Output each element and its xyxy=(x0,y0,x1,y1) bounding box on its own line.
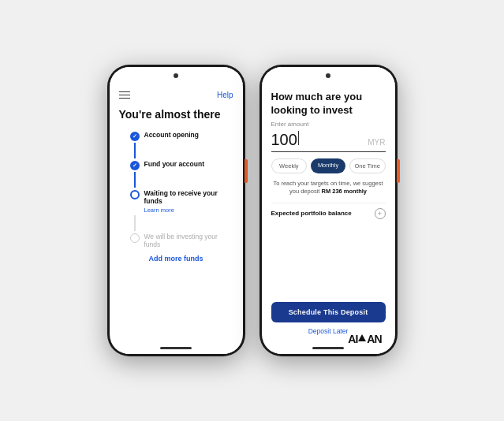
step-3: Waiting to receive your funds Learn more xyxy=(130,189,233,214)
portfolio-label: Expected portfolio balance xyxy=(271,210,352,217)
side-button-left xyxy=(245,159,248,183)
side-button-right xyxy=(397,159,400,183)
scene: Help You're almost there Account opening xyxy=(107,65,398,356)
watermark-triangle xyxy=(358,334,366,341)
watermark-ai: AI xyxy=(348,333,357,345)
right-phone-camera-bar xyxy=(262,67,395,84)
left-home-indicator xyxy=(110,341,243,354)
left-phone-camera-bar xyxy=(110,67,243,84)
schedule-deposit-button[interactable]: Schedule This Deposit xyxy=(271,302,386,322)
step-3-label: Waiting to receive your funds xyxy=(144,189,233,205)
right-phone: How much are you looking to invest Enter… xyxy=(259,65,398,356)
step-1-dot xyxy=(130,132,140,141)
freq-monthly-button[interactable]: Monthly xyxy=(311,158,345,173)
step-4: We will be investing your funds xyxy=(130,233,233,248)
step-4-dot xyxy=(130,233,140,243)
portfolio-row: Expected portfolio balance + xyxy=(271,203,386,224)
amount-row: 100 MYR xyxy=(271,131,386,152)
expand-icon[interactable]: + xyxy=(375,208,386,219)
currency-label: MYR xyxy=(368,138,385,147)
hamburger-icon[interactable] xyxy=(119,91,130,99)
step-1-text: Account opening xyxy=(144,131,233,139)
step-2: Fund your account xyxy=(130,160,233,170)
step-4-text: We will be investing your funds xyxy=(144,233,233,248)
camera-dot-right xyxy=(326,73,330,78)
add-funds-button[interactable]: Add more funds xyxy=(119,248,233,266)
connector-1 xyxy=(134,143,136,158)
home-bar-right xyxy=(312,347,344,349)
invest-title: How much are you looking to invest xyxy=(271,91,386,117)
right-phone-content: How much are you looking to invest Enter… xyxy=(262,84,395,341)
amount-value[interactable]: 100 xyxy=(271,131,300,149)
freq-weekly-button[interactable]: Weekly xyxy=(271,158,308,173)
step-2-label: Fund your account xyxy=(144,160,233,168)
step-3-text: Waiting to receive your funds Learn more xyxy=(144,189,233,214)
left-phone-content: Help You're almost there Account opening xyxy=(110,84,243,341)
left-nav: Help xyxy=(119,91,233,99)
frequency-row: Weekly Monthly One Time xyxy=(271,158,386,173)
step-2-dot xyxy=(130,161,140,170)
page-title: You're almost there xyxy=(119,107,233,121)
connector-2 xyxy=(134,172,136,188)
steps-container: Account opening Fund your account xyxy=(119,131,233,248)
step-3-sublabel[interactable]: Learn more xyxy=(144,207,233,214)
step-1: Account opening xyxy=(130,131,233,141)
camera-dot xyxy=(174,73,178,78)
step-4-label: We will be investing your funds xyxy=(144,233,233,248)
watermark-an: AN xyxy=(367,333,381,345)
text-cursor xyxy=(298,131,300,145)
help-link[interactable]: Help xyxy=(217,91,233,99)
suggestion-text: To reach your targets on time, we sugges… xyxy=(271,180,386,196)
connector-3 xyxy=(134,215,136,231)
step-3-dot xyxy=(130,190,140,199)
step-2-text: Fund your account xyxy=(144,160,233,168)
amount-label: Enter amount xyxy=(271,121,386,128)
step-1-label: Account opening xyxy=(144,131,233,139)
watermark: AI AN xyxy=(348,333,381,345)
freq-onetime-button[interactable]: One Time xyxy=(349,158,386,173)
left-phone: Help You're almost there Account opening xyxy=(107,65,245,356)
home-bar-left xyxy=(160,347,192,349)
